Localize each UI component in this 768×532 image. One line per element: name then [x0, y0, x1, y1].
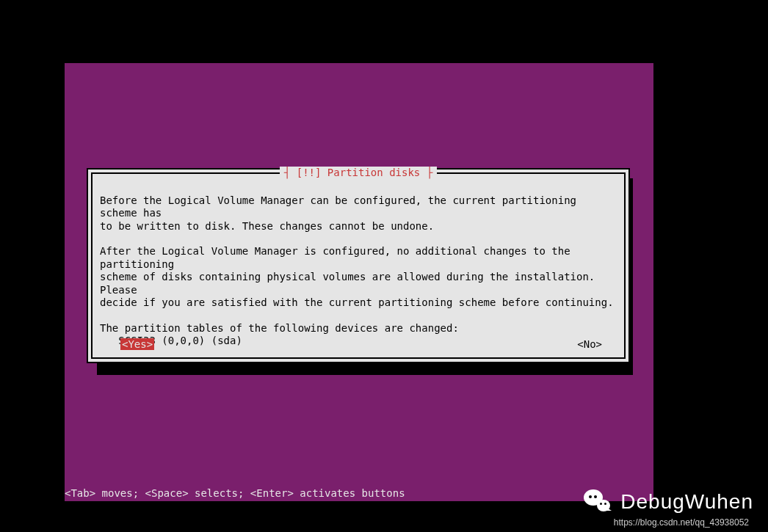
watermark-name: DebugWuhen	[620, 490, 753, 514]
devices-intro: The partition tables of the following de…	[100, 322, 459, 334]
yes-button[interactable]: <Yes>	[120, 338, 154, 350]
no-button[interactable]: <No>	[577, 338, 602, 350]
dialog-paragraph1: Before the Logical Volume Manager can be…	[100, 194, 582, 232]
watermark: DebugWuhen	[584, 489, 753, 514]
watermark-url: https://blog.csdn.net/qq_43938052	[614, 517, 749, 528]
dialog-paragraph2: After the Logical Volume Manager is conf…	[100, 245, 614, 307]
dialog-inner: ┤ [!!] Partition disks ├ Before the Logi…	[91, 172, 626, 359]
wechat-icon	[584, 489, 613, 514]
partition-dialog: ┤ [!!] Partition disks ├ Before the Logi…	[87, 168, 630, 363]
dialog-prompt: Write the changes to disks and configure…	[100, 360, 378, 372]
dialog-buttons: <Yes> <No>	[93, 338, 624, 350]
navigation-hint: <Tab> moves; <Space> selects; <Enter> ac…	[65, 487, 405, 499]
